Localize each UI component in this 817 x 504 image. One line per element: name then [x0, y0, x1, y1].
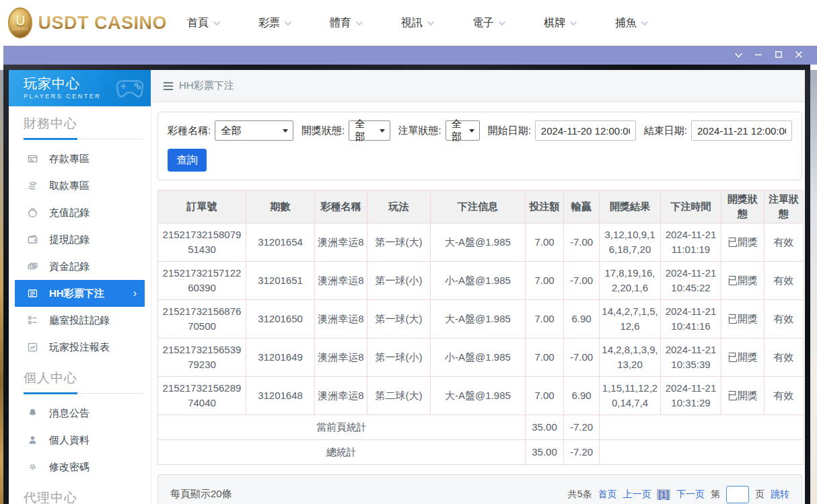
table-cell: 小-A盤@1.985 — [431, 261, 526, 299]
background-strip-right — [810, 70, 817, 504]
jump-suffix-label: 页 — [755, 489, 765, 501]
nav-item[interactable]: 棋牌 — [544, 16, 577, 30]
sidebar-item[interactable]: HH彩票下注› — [15, 280, 145, 307]
table-cell: 7.00 — [526, 261, 564, 299]
minimize-icon — [754, 49, 762, 61]
section-underline — [24, 392, 143, 394]
sidebar-item[interactable]: 提現記錄 — [9, 226, 151, 253]
nav-item[interactable]: 彩票 — [258, 16, 292, 30]
sidebar-item[interactable]: 充值記錄 — [9, 199, 151, 226]
table-cell: 2152173215712260390 — [158, 261, 246, 299]
nav-item-label: 棋牌 — [544, 16, 565, 30]
grand-summary-bet: 35.00 — [526, 439, 564, 464]
nav-item[interactable]: 首頁 — [187, 16, 221, 30]
coin-caption: CASINO — [12, 27, 29, 31]
jump-page-input[interactable] — [726, 486, 749, 503]
coin-letter: U — [15, 15, 25, 27]
sidebar-item[interactable]: 廳室投註記錄 — [9, 307, 151, 334]
brand-logo[interactable]: U CASINO USDT CASINO — [0, 7, 167, 38]
chevron-down-icon — [355, 20, 363, 26]
table-cell: 第一球(小) — [367, 261, 431, 299]
table-cell: 已開獎 — [721, 338, 765, 376]
sidebar-item[interactable]: 存款專區 — [9, 145, 151, 172]
sidebar-item[interactable]: 取款專區 — [9, 172, 151, 199]
sidebar-header: 玩家中心 PLAYERS CENTER — [9, 70, 151, 106]
sidebar-item[interactable]: 資金記錄 — [9, 253, 151, 280]
jump-button[interactable]: 跳转 — [771, 489, 789, 501]
chevron-right-icon: › — [133, 287, 137, 299]
sidebar-section-title: 代理中心 — [24, 489, 151, 504]
draw-status-select[interactable]: 全部 — [349, 120, 390, 141]
table-cell: 6.90 — [564, 299, 600, 338]
column-header: 期數 — [246, 190, 315, 223]
coin-logo-icon: U CASINO — [8, 7, 32, 38]
chevron-down-icon — [469, 129, 474, 133]
jump-prefix-label: 第 — [711, 489, 720, 501]
table-cell: 2152173215628974040 — [158, 376, 246, 415]
table-cell: 2024-11-21 10:41:16 — [661, 299, 721, 338]
grand-summary-row: 總統計 35.00 -7.20 — [158, 439, 804, 464]
table-cell: 澳洲幸运8 — [315, 223, 367, 261]
order-status-label: 注單狀態: — [398, 124, 441, 137]
prev-page-link[interactable]: 上一页 — [623, 489, 651, 501]
nav-item[interactable]: 體育 — [330, 16, 363, 30]
chevron-down-icon — [734, 49, 743, 61]
page: U CASINO USDT CASINO 首頁彩票體育視訊電子棋牌捕魚 玩家中心… — [0, 0, 817, 504]
sidebar-item-label: 存款專區 — [49, 153, 90, 166]
menu-icon[interactable] — [164, 82, 173, 90]
table-cell: 澳洲幸运8 — [315, 338, 367, 376]
withdrawal-record-icon — [27, 234, 38, 245]
page-summary-empty — [600, 415, 804, 439]
sidebar-item[interactable]: 玩家投注報表 — [9, 334, 151, 361]
window-left-border — [3, 70, 9, 504]
window-minimize-button[interactable] — [748, 48, 769, 63]
page-summary-row: 當前頁統計 35.00 -7.20 — [158, 415, 804, 439]
order-status-select[interactable]: 全部 — [446, 120, 480, 141]
first-page-link[interactable]: 首页 — [598, 489, 616, 501]
table-cell: 2024-11-21 10:31:29 — [661, 376, 721, 415]
chevron-down-icon — [641, 20, 649, 26]
window-maximize-button[interactable] — [769, 48, 789, 63]
sidebar-item-label: 提現記錄 — [49, 233, 90, 246]
nav-item[interactable]: 電子 — [472, 16, 506, 30]
sidebar-item[interactable]: 消息公告 — [9, 400, 151, 427]
order-status-value: 全部 — [452, 118, 464, 143]
start-date-input[interactable] — [535, 120, 636, 141]
page-summary-bet: 35.00 — [526, 415, 564, 439]
table-row: 215217321580795143031201654澳洲幸运8第一球(大)大-… — [158, 223, 804, 261]
pagination: 共5条 首页 上一页 [1] 下一页 第 页 跳转 — [568, 486, 789, 503]
table-cell: 第一球(小) — [367, 338, 431, 376]
window-collapse-button[interactable] — [728, 48, 748, 63]
chevron-down-icon — [284, 20, 292, 26]
gear-icon — [27, 462, 38, 472]
window-close-button[interactable] — [789, 48, 809, 63]
section-underline — [24, 137, 143, 139]
nav-item[interactable]: 視訊 — [401, 16, 435, 30]
grand-summary-label: 總統計 — [158, 439, 526, 464]
bet-report-icon — [27, 342, 38, 353]
chevron-down-icon — [427, 20, 435, 26]
table-cell: 大-A盤@1.985 — [431, 299, 526, 338]
sidebar-item[interactable]: 個人資料 — [9, 427, 151, 454]
table-cell: 14,2,8,1,3,9,13,20 — [600, 338, 661, 376]
next-page-link[interactable]: 下一页 — [676, 489, 705, 501]
nav-item[interactable]: 捕魚 — [615, 16, 649, 30]
page-summary-winloss: -7.20 — [564, 415, 600, 439]
column-header: 訂單號 — [158, 190, 246, 223]
table-cell: 第二球(大) — [367, 376, 431, 415]
gamepad-icon — [114, 74, 145, 104]
sidebar-item-label: 廳室投註記錄 — [49, 314, 110, 327]
end-date-input[interactable] — [691, 120, 792, 141]
column-header: 開獎結果 — [600, 190, 661, 223]
lottery-name-select[interactable]: 全部 — [215, 120, 293, 141]
table-row: 215217321565397923031201649澳洲幸运8第一球(小)小-… — [158, 338, 804, 376]
site-header: U CASINO USDT CASINO 首頁彩票體育視訊電子棋牌捕魚 — [0, 0, 817, 46]
query-button[interactable]: 查詢 — [168, 149, 207, 172]
table-cell: 7.00 — [526, 299, 564, 338]
table-footer: 每頁顯示20條 共5条 首页 上一页 [1] 下一页 第 页 跳转 — [157, 474, 802, 504]
column-header: 彩種名稱 — [315, 190, 367, 223]
table-cell: 大-A盤@1.985 — [431, 376, 526, 415]
sidebar-item-label: 玩家投注報表 — [49, 341, 110, 354]
sidebar-item[interactable]: 修改密碼 — [9, 454, 151, 480]
recharge-record-icon — [27, 207, 38, 218]
